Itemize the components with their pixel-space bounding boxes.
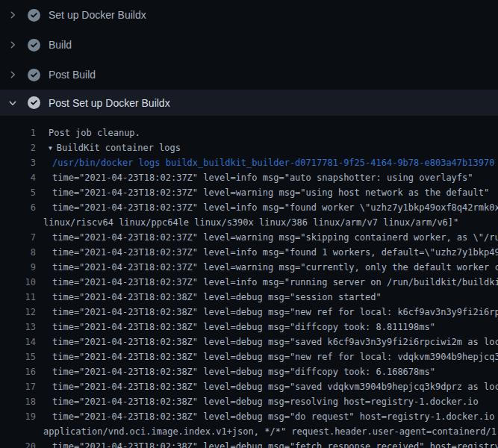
step-label: Set up Docker Buildx	[49, 9, 146, 21]
line-number[interactable]: 2	[0, 140, 36, 155]
line-text: time="2021-04-23T18:02:38Z" level=debug …	[36, 335, 498, 349]
log-line: 1 Post job cleanup.	[0, 125, 498, 140]
line-text: time="2021-04-23T18:02:37Z" level=warnin…	[36, 230, 498, 245]
line-text: time="2021-04-23T18:02:37Z" level=info m…	[36, 170, 473, 185]
log-line: 20 time="2021-04-23T18:02:38Z" level=deb…	[0, 439, 498, 448]
log-line: 19 time="2021-04-23T18:02:38Z" level=deb…	[0, 409, 498, 424]
step-label: Post Build	[49, 69, 96, 81]
step-header-post-build[interactable]: Post Build	[0, 60, 498, 90]
log-line: 17 time="2021-04-23T18:02:38Z" level=deb…	[0, 379, 498, 394]
line-text[interactable]: ▼BuildKit container logs	[36, 140, 181, 155]
log-line: 2 ▼BuildKit container logs	[0, 140, 498, 155]
line-number[interactable]: 9	[0, 260, 36, 275]
log-line: 9 time="2021-04-23T18:02:37Z" level=warn…	[0, 260, 498, 275]
line-text: linux/riscv64 linux/ppc64le linux/s390x …	[36, 215, 458, 230]
log-line: linux/riscv64 linux/ppc64le linux/s390x …	[0, 215, 498, 230]
line-number[interactable]: 14	[0, 335, 36, 349]
line-number[interactable]: 20	[0, 439, 36, 448]
line-text: time="2021-04-23T18:02:37Z" level=info m…	[36, 200, 498, 215]
log-line: 7 time="2021-04-23T18:02:37Z" level=warn…	[0, 230, 498, 245]
step-label: Build	[49, 39, 72, 51]
line-number[interactable]: 15	[0, 349, 36, 364]
step-header-set-up-docker-buildx[interactable]: Set up Docker Buildx	[0, 0, 498, 30]
line-number[interactable]	[0, 215, 36, 230]
log-line: 15 time="2021-04-23T18:02:38Z" level=deb…	[0, 349, 498, 364]
line-text: time="2021-04-23T18:02:38Z" level=debug …	[36, 364, 435, 379]
line-text: time="2021-04-23T18:02:38Z" level=debug …	[36, 320, 435, 335]
log-line: application/vnd.oci.image.index.v1+json,…	[0, 424, 498, 439]
line-text: time="2021-04-23T18:02:38Z" level=debug …	[36, 439, 498, 448]
line-number[interactable]: 4	[0, 170, 36, 185]
chevron-down-icon	[7, 99, 18, 108]
chevron-right-icon	[7, 10, 18, 19]
line-text: time="2021-04-23T18:02:37Z" level=info m…	[36, 275, 498, 290]
line-number[interactable]: 16	[0, 364, 36, 379]
success-check-icon	[28, 9, 40, 22]
step-header-post-set-up-docker-buildx[interactable]: Post Set up Docker Buildx	[0, 90, 498, 116]
step-label: Post Set up Docker Buildx	[49, 97, 170, 109]
line-number[interactable]: 5	[0, 185, 36, 200]
line-number[interactable]: 1	[0, 125, 36, 140]
line-number[interactable]: 11	[0, 290, 36, 305]
line-number[interactable]: 7	[0, 230, 36, 245]
line-text: time="2021-04-23T18:02:38Z" level=debug …	[36, 349, 498, 364]
line-text: time="2021-04-23T18:02:38Z" level=debug …	[36, 409, 498, 424]
log-line: 13 time="2021-04-23T18:02:38Z" level=deb…	[0, 320, 498, 335]
chevron-right-icon	[7, 40, 18, 49]
line-number[interactable]: 17	[0, 379, 36, 394]
line-text: /usr/bin/docker logs buildx_buildkit_bui…	[36, 155, 494, 170]
log-line: 3 /usr/bin/docker logs buildx_buildkit_b…	[0, 155, 498, 170]
log-line: 18 time="2021-04-23T18:02:38Z" level=deb…	[0, 394, 498, 409]
line-text: time="2021-04-23T18:02:38Z" level=debug …	[36, 394, 479, 409]
line-number[interactable]: 12	[0, 305, 36, 320]
line-number[interactable]: 8	[0, 245, 36, 260]
log-line: 8 time="2021-04-23T18:02:37Z" level=info…	[0, 245, 498, 260]
line-text: application/vnd.oci.image.index.v1+json,…	[36, 424, 498, 439]
line-text: time="2021-04-23T18:02:38Z" level=debug …	[36, 305, 498, 320]
line-text: time="2021-04-23T18:02:38Z" level=debug …	[36, 379, 498, 394]
log-line: 4 time="2021-04-23T18:02:37Z" level=info…	[0, 170, 498, 185]
line-number[interactable]: 10	[0, 275, 36, 290]
log-line: 6 time="2021-04-23T18:02:37Z" level=info…	[0, 200, 498, 215]
line-text: Post job cleanup.	[36, 125, 140, 140]
line-text: time="2021-04-23T18:02:37Z" level=warnin…	[36, 185, 489, 200]
line-number[interactable]: 18	[0, 394, 36, 409]
log-line: 14 time="2021-04-23T18:02:38Z" level=deb…	[0, 335, 498, 349]
chevron-right-icon	[7, 70, 18, 79]
success-check-icon	[28, 39, 40, 52]
line-number[interactable]: 6	[0, 200, 36, 215]
group-collapse-triangle-icon[interactable]: ▼	[49, 141, 52, 155]
log-line: 16 time="2021-04-23T18:02:38Z" level=deb…	[0, 364, 498, 379]
line-text: time="2021-04-23T18:02:37Z" level=info m…	[36, 245, 498, 260]
workflow-log-viewer: Set up Docker Buildx Build Post Build Po…	[0, 0, 498, 448]
line-number[interactable]	[0, 424, 36, 439]
log-line: 5 time="2021-04-23T18:02:37Z" level=warn…	[0, 185, 498, 200]
log-area: 1 Post job cleanup. 2 ▼BuildKit containe…	[0, 116, 498, 448]
line-text: time="2021-04-23T18:02:38Z" level=debug …	[36, 290, 382, 305]
log-line: 11 time="2021-04-23T18:02:38Z" level=deb…	[0, 290, 498, 305]
log-line: 12 time="2021-04-23T18:02:38Z" level=deb…	[0, 305, 498, 320]
success-check-icon	[28, 96, 40, 109]
line-text: time="2021-04-23T18:02:37Z" level=warnin…	[36, 260, 498, 275]
success-check-icon	[28, 69, 40, 81]
line-number[interactable]: 3	[0, 155, 36, 170]
line-number[interactable]: 13	[0, 320, 36, 335]
step-header-build[interactable]: Build	[0, 30, 498, 60]
line-number[interactable]: 19	[0, 409, 36, 424]
log-line: 10 time="2021-04-23T18:02:37Z" level=inf…	[0, 275, 498, 290]
